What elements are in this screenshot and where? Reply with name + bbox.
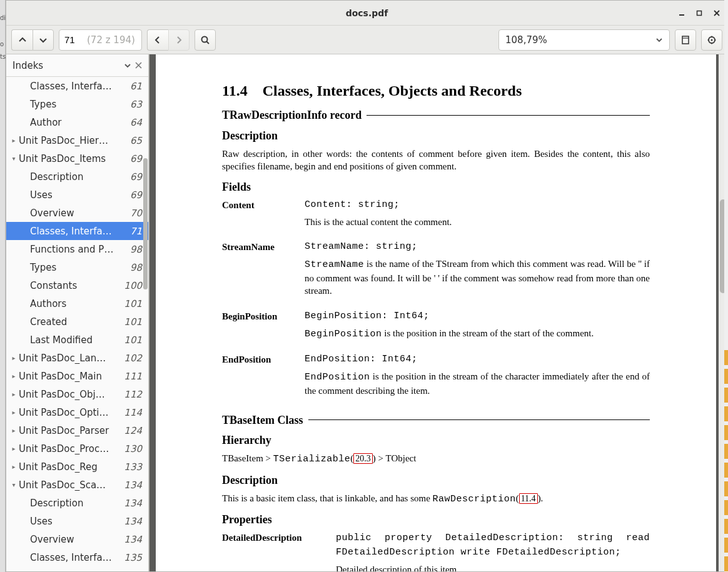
index-label: Last Modified (18, 334, 120, 346)
index-row[interactable]: Constants100 (6, 276, 148, 294)
svg-point-4 (201, 36, 207, 42)
sidebar-close-button[interactable] (135, 62, 142, 69)
index-row[interactable]: Overview70 (6, 204, 148, 222)
index-row[interactable]: Classes, Interfa…71 (6, 222, 148, 240)
close-button[interactable] (709, 5, 725, 21)
app-window: docs.pdf (72 z 194) 108,79% (6, 0, 728, 572)
index-row[interactable]: ▸Unit PasDoc_Obj…112 (6, 385, 148, 403)
minimize-button[interactable] (674, 5, 690, 21)
index-label: Unit PasDoc_Reg (18, 461, 120, 473)
maximize-button[interactable] (691, 5, 707, 21)
svg-rect-1 (697, 11, 702, 16)
index-label: Unit PasDoc_Items (18, 153, 126, 164)
svg-line-5 (206, 41, 209, 44)
index-row[interactable]: ▸Unit PasDoc_Proc…130 (6, 439, 148, 458)
zoom-combo[interactable]: 108,79% (498, 29, 670, 51)
window-title: docs.pdf (346, 8, 388, 18)
field-name-streamname: StreamName (222, 241, 296, 301)
index-page: 135 (120, 552, 142, 563)
menu-button[interactable] (701, 29, 722, 51)
index-row[interactable]: ▸Unit PasDoc_Parser124 (6, 421, 148, 439)
document-viewer[interactable]: 11.4 Classes, Interfaces, Objects and Re… (149, 54, 727, 571)
index-label: Types (18, 262, 126, 273)
index-page: 69 (126, 171, 142, 183)
index-row[interactable]: Types98 (6, 258, 148, 276)
index-label: Constants (18, 280, 120, 291)
index-label: Overview (18, 208, 126, 219)
expand-arrow-icon: ▸ (10, 391, 18, 398)
index-row[interactable]: Functions and P…98 (6, 240, 148, 258)
history-forward-button[interactable] (168, 29, 190, 51)
index-page: 100 (120, 280, 142, 291)
index-label: Overview (18, 534, 120, 545)
index-label: Functions and P… (18, 244, 126, 255)
index-page: 69 (126, 153, 142, 164)
expand-arrow-icon: ▸ (10, 445, 18, 452)
expand-arrow-icon: ▸ (10, 354, 18, 361)
index-page: 111 (120, 371, 142, 382)
index-row[interactable]: Last Modified101 (6, 331, 148, 349)
index-row[interactable]: ▸Unit PasDoc_Opti…114 (6, 403, 148, 421)
index-page: 98 (126, 244, 142, 255)
index-row[interactable]: Uses134 (6, 512, 148, 530)
index-row[interactable]: ▾Unit PasDoc_Items69 (6, 149, 148, 168)
sidebar-header: Indeks (6, 54, 148, 77)
index-page: 114 (120, 407, 142, 418)
document-page: 11.4 Classes, Interfaces, Objects and Re… (156, 54, 716, 571)
index-label: Unit PasDoc_Lan… (18, 353, 120, 364)
link-ref[interactable]: 11.4 (519, 493, 538, 504)
history-back-button[interactable] (147, 29, 168, 51)
page-input[interactable] (59, 30, 87, 50)
index-row[interactable]: ▸Unit PasDoc_Reg133 (6, 458, 148, 476)
index-label: Description (18, 498, 120, 509)
expand-arrow-icon: ▾ (10, 155, 18, 162)
index-label: Unit PasDoc_Main (18, 371, 120, 382)
index-tree[interactable]: Classes, Interfa…61Types63Author64▸Unit … (6, 77, 148, 571)
index-page: 101 (120, 334, 142, 346)
index-row[interactable]: Types63 (6, 95, 148, 113)
section-heading: 11.4 Classes, Interfaces, Objects and Re… (222, 81, 650, 101)
properties-heading: Properties (222, 512, 650, 528)
index-page: 71 (126, 226, 142, 237)
index-row[interactable]: Classes, Interfa…61 (6, 77, 148, 95)
index-label: Classes, Interfa… (18, 81, 126, 92)
view-mode-button[interactable] (675, 29, 696, 51)
index-row[interactable]: Created101 (6, 313, 148, 331)
index-label: Types (18, 99, 126, 110)
search-button[interactable] (195, 29, 216, 51)
index-page: 98 (126, 262, 142, 273)
expand-arrow-icon: ▸ (10, 427, 18, 434)
hierarchy-heading: Hierarchy (222, 433, 650, 448)
index-page: 134 (120, 534, 142, 545)
next-page-button[interactable] (33, 29, 54, 51)
link-ref[interactable]: 20.3 (353, 453, 373, 464)
index-row[interactable]: Description69 (6, 168, 148, 186)
index-row[interactable]: Overview134 (6, 530, 148, 548)
index-row[interactable]: ▾Unit PasDoc_Sca…134 (6, 476, 148, 494)
sidebar-menu-button[interactable] (124, 62, 131, 69)
field-name-endposition: EndPosition (222, 353, 296, 401)
index-page: 124 (120, 425, 142, 436)
index-page: 65 (126, 135, 142, 146)
index-row[interactable]: Author64 (6, 113, 148, 131)
index-label: Classes, Interfa… (18, 552, 120, 563)
index-label: Authors (18, 298, 120, 309)
index-row[interactable]: ▸Unit PasDoc_Lan…102 (6, 349, 148, 367)
index-page: 112 (120, 389, 142, 400)
index-row[interactable]: Uses69 (6, 186, 148, 204)
description-heading: Description (222, 128, 650, 144)
index-row[interactable]: ▸Unit PasDoc_Main111 (6, 367, 148, 385)
page-entry[interactable]: (72 z 194) (59, 29, 142, 51)
index-row[interactable]: Description134 (6, 494, 148, 512)
index-page: 102 (120, 353, 142, 364)
index-page: 101 (120, 316, 142, 328)
index-row[interactable]: Classes, Interfa…135 (6, 548, 148, 566)
scrollbar-thumb[interactable] (143, 158, 148, 289)
index-row[interactable]: Authors101 (6, 294, 148, 313)
index-row[interactable]: ▸Unit PasDoc_Hier…65 (6, 131, 148, 149)
prev-page-button[interactable] (11, 29, 33, 51)
index-page: 63 (126, 99, 142, 110)
description-text: Raw description, in other words: the con… (222, 148, 650, 173)
expand-arrow-icon: ▸ (10, 463, 18, 470)
index-label: Unit PasDoc_Obj… (18, 389, 120, 400)
